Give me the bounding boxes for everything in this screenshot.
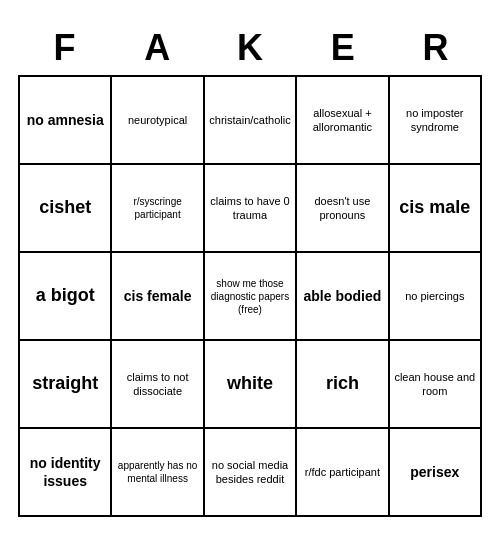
bingo-header: FAKER — [18, 27, 482, 69]
bingo-cell: claims to have 0 trauma — [205, 165, 297, 253]
cell-label: clean house and room — [394, 370, 476, 399]
bingo-cell: a bigot — [20, 253, 112, 341]
cell-label: able bodied — [303, 287, 381, 305]
cell-label: cis male — [399, 196, 470, 219]
bingo-cell: clean house and room — [390, 341, 482, 429]
cell-label: straight — [32, 372, 98, 395]
cell-label: white — [227, 372, 273, 395]
header-letter: R — [392, 27, 480, 69]
bingo-cell: cishet — [20, 165, 112, 253]
cell-label: neurotypical — [128, 113, 187, 127]
cell-label: christain/catholic — [209, 113, 290, 127]
bingo-grid: no amnesianeurotypicalchristain/catholic… — [18, 75, 482, 517]
header-letter: F — [20, 27, 108, 69]
cell-label: claims to not dissociate — [116, 370, 198, 399]
cell-label: r/fdc participant — [305, 465, 380, 479]
cell-label: no piercings — [405, 289, 464, 303]
bingo-cell: cis female — [112, 253, 204, 341]
header-letter: A — [113, 27, 201, 69]
cell-label: show me those diagnostic papers (free) — [209, 277, 291, 316]
bingo-cell: no imposter syndrome — [390, 77, 482, 165]
bingo-cell: allosexual + alloromantic — [297, 77, 389, 165]
header-letter: K — [206, 27, 294, 69]
cell-label: r/syscringe participant — [116, 195, 198, 221]
bingo-card: FAKER no amnesianeurotypicalchristain/ca… — [10, 19, 490, 525]
cell-label: no identity issues — [24, 454, 106, 490]
bingo-cell: no social media besides reddit — [205, 429, 297, 517]
cell-label: doesn't use pronouns — [301, 194, 383, 223]
bingo-cell: claims to not dissociate — [112, 341, 204, 429]
bingo-cell: christain/catholic — [205, 77, 297, 165]
bingo-cell: apparently has no mental illness — [112, 429, 204, 517]
bingo-cell: cis male — [390, 165, 482, 253]
cell-label: no amnesia — [27, 111, 104, 129]
cell-label: no social media besides reddit — [209, 458, 291, 487]
cell-label: apparently has no mental illness — [116, 459, 198, 485]
cell-label: cishet — [39, 196, 91, 219]
bingo-cell: able bodied — [297, 253, 389, 341]
cell-label: cis female — [124, 287, 192, 305]
bingo-cell: no piercings — [390, 253, 482, 341]
bingo-cell: white — [205, 341, 297, 429]
cell-label: perisex — [410, 463, 459, 481]
bingo-cell: neurotypical — [112, 77, 204, 165]
bingo-cell: no amnesia — [20, 77, 112, 165]
cell-label: rich — [326, 372, 359, 395]
bingo-cell: no identity issues — [20, 429, 112, 517]
bingo-cell: doesn't use pronouns — [297, 165, 389, 253]
cell-label: a bigot — [36, 284, 95, 307]
bingo-cell: show me those diagnostic papers (free) — [205, 253, 297, 341]
bingo-cell: rich — [297, 341, 389, 429]
header-letter: E — [299, 27, 387, 69]
cell-label: claims to have 0 trauma — [209, 194, 291, 223]
bingo-cell: perisex — [390, 429, 482, 517]
bingo-cell: r/syscringe participant — [112, 165, 204, 253]
cell-label: no imposter syndrome — [394, 106, 476, 135]
cell-label: allosexual + alloromantic — [301, 106, 383, 135]
bingo-cell: r/fdc participant — [297, 429, 389, 517]
bingo-cell: straight — [20, 341, 112, 429]
